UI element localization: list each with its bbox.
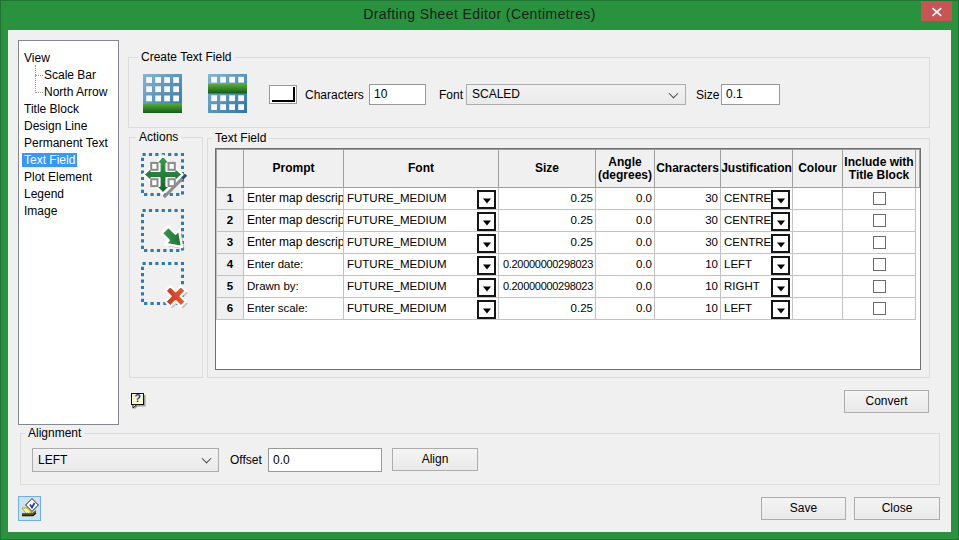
svg-text:?: ? xyxy=(134,392,140,404)
